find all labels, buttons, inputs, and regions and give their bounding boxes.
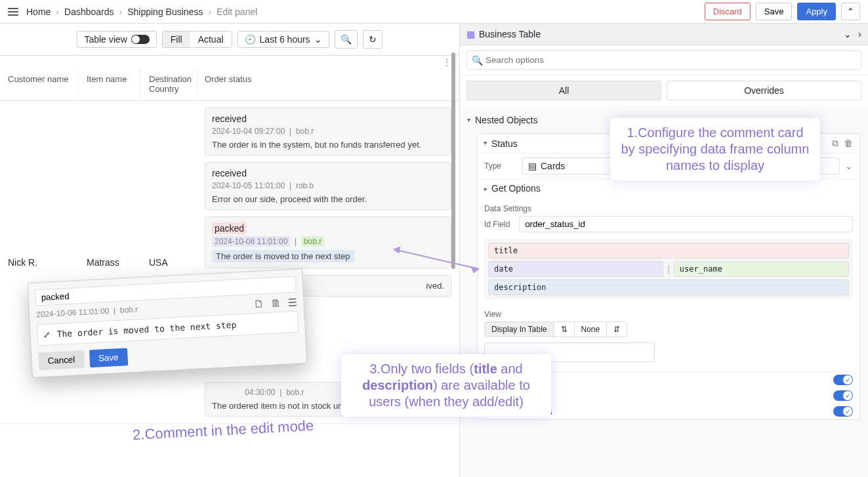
- type-label: Type: [484, 161, 517, 171]
- chevron-down-icon[interactable]: ⌄: [845, 161, 853, 171]
- get-options[interactable]: ▸Get Options: [478, 178, 859, 197]
- toggle-switch[interactable]: [833, 375, 853, 385]
- list-icon[interactable]: ☰: [287, 297, 297, 310]
- callout-1: 1.Configure the comment card by specifyi…: [610, 118, 820, 180]
- more-icon[interactable]: ⋮: [442, 57, 451, 68]
- copy-icon[interactable]: ⧉: [832, 138, 838, 148]
- popup-cancel-button[interactable]: Cancel: [38, 350, 85, 371]
- id-field-input[interactable]: [519, 216, 853, 232]
- clock-icon: 🕘: [245, 34, 256, 45]
- tab-overrides[interactable]: Overrides: [667, 81, 861, 100]
- arrow-1: [387, 243, 486, 276]
- svg-line-0: [394, 249, 479, 269]
- search-input[interactable]: [466, 51, 861, 70]
- col-status: Order status: [197, 68, 459, 100]
- callout-3: 3.Only two fields (title and description…: [341, 354, 551, 417]
- panel-toolbar: Table view Fill Actual 🕘 Last 6 hours ⌄ …: [0, 24, 459, 56]
- display-toggle[interactable]: Display In Table ⇅ None ⇵: [484, 321, 627, 337]
- sort-asc-icon[interactable]: ⇅: [554, 322, 575, 337]
- zoom-out-icon[interactable]: 🔍: [335, 30, 358, 49]
- col-item: Item name: [79, 68, 141, 100]
- field-date[interactable]: date: [488, 261, 663, 277]
- table-icon: ▦: [466, 29, 475, 39]
- field-description[interactable]: description: [488, 280, 849, 295]
- chevron-up-icon[interactable]: ⌃: [841, 3, 860, 20]
- view-label: View: [484, 310, 853, 319]
- breadcrumb: Home › Dashboards › Shipping Business › …: [8, 7, 257, 17]
- fill-option[interactable]: Fill: [163, 31, 190, 47]
- file-icon[interactable]: 🗋: [253, 298, 264, 311]
- chevron-down-icon[interactable]: ⌄: [844, 29, 852, 39]
- discard-button[interactable]: Discard: [705, 3, 751, 20]
- crumb-dashboards[interactable]: Dashboards: [64, 7, 114, 17]
- field-title[interactable]: title: [488, 243, 849, 259]
- fill-actual-toggle[interactable]: Fill Actual: [162, 31, 232, 48]
- cell-dest: USA: [141, 101, 197, 423]
- tab-all[interactable]: All: [466, 81, 661, 100]
- toggle-switch[interactable]: [833, 406, 853, 417]
- card-fields-config: title date | user_name description: [484, 239, 853, 299]
- scrollbar[interactable]: [451, 52, 455, 269]
- status-card[interactable]: received 2024-10-05 11:01:00 | rob.b Err…: [205, 162, 451, 210]
- sort-desc-icon[interactable]: ⇵: [607, 322, 627, 337]
- cards-icon: ▤: [528, 161, 537, 171]
- refresh-icon[interactable]: ↻: [363, 30, 382, 49]
- chevron-down-icon: ⌄: [314, 34, 322, 45]
- save-button[interactable]: Save: [756, 3, 793, 20]
- crumb-home[interactable]: Home: [26, 7, 51, 17]
- apply-button[interactable]: Apply: [797, 3, 836, 20]
- svg-marker-2: [471, 266, 479, 273]
- id-field-label: Id Field: [484, 220, 514, 229]
- copy-icon[interactable]: 🗎: [270, 297, 281, 310]
- popup-body-input[interactable]: The order is moved to the next step: [56, 320, 236, 339]
- status-card[interactable]: received 2024-10-04 09:27:00 | bob.r The…: [205, 108, 451, 156]
- toggle-switch[interactable]: [833, 390, 853, 401]
- data-settings-label: Data Settings: [484, 204, 853, 213]
- search-icon: 🔍: [472, 55, 483, 66]
- edit-comment-popup: 2024-10-06 11:01:00 | bob.r 🗋 🗎 ☰ ⤢ The …: [27, 268, 307, 378]
- trash-icon[interactable]: 🗑: [844, 138, 853, 148]
- subsection-status[interactable]: ▸Status: [484, 138, 518, 149]
- svg-marker-1: [394, 247, 400, 253]
- panel-type-title[interactable]: Business Table: [479, 29, 541, 39]
- field-user[interactable]: user_name: [674, 261, 849, 277]
- chevron-right-icon[interactable]: ›: [858, 29, 861, 39]
- col-dest: Destination Country: [141, 68, 197, 100]
- crumb-current: Edit panel: [217, 7, 257, 17]
- popup-save-button[interactable]: Save: [89, 348, 128, 367]
- hamburger-icon[interactable]: [8, 8, 18, 16]
- col-customer: Customer name: [0, 68, 79, 100]
- crumb-shipping[interactable]: Shipping Business: [127, 7, 203, 17]
- actual-option[interactable]: Actual: [190, 31, 232, 47]
- time-range-picker[interactable]: 🕘 Last 6 hours ⌄: [238, 31, 329, 48]
- expand-icon[interactable]: ⤢: [43, 329, 51, 340]
- table-view-toggle[interactable]: Table view: [77, 31, 156, 48]
